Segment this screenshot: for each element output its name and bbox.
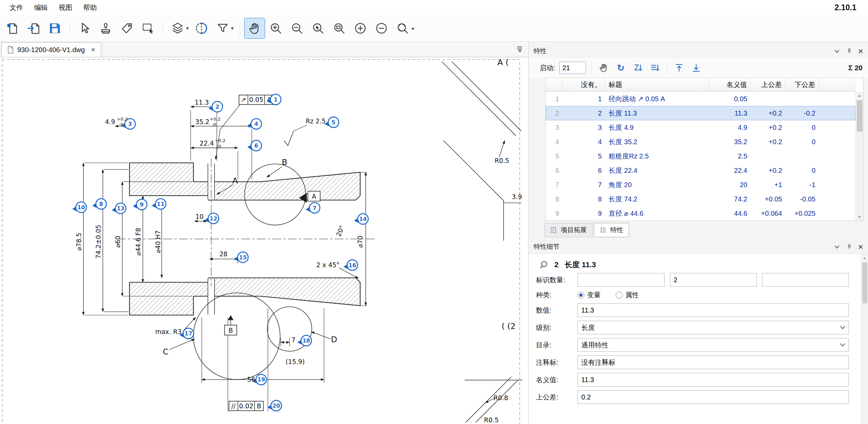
balloon-7[interactable]: 7 bbox=[306, 202, 320, 213]
stamp-balloon-button[interactable] bbox=[96, 18, 116, 38]
balloon-13[interactable]: 13 bbox=[112, 203, 126, 214]
catalog-dropdown[interactable]: 通用特性 bbox=[578, 338, 849, 352]
zoom-selection-button[interactable] bbox=[308, 18, 328, 38]
svg-text:10: 10 bbox=[77, 204, 85, 211]
svg-text:6: 6 bbox=[254, 142, 258, 149]
chevron-down-icon[interactable] bbox=[836, 321, 849, 334]
close-icon[interactable]: × bbox=[858, 47, 863, 56]
menu-view[interactable]: 视图 bbox=[53, 1, 78, 14]
menu-help[interactable]: 帮助 bbox=[78, 1, 102, 14]
table-scrollbar[interactable]: ▲ ▼ bbox=[855, 92, 863, 221]
chevron-down-icon[interactable] bbox=[836, 338, 849, 351]
toolbar-collapse-chevron[interactable]: ◂ bbox=[411, 25, 414, 31]
dimension-label: D bbox=[331, 335, 337, 344]
radio-variable[interactable] bbox=[578, 292, 584, 299]
table-row[interactable]: 11径向跳动 ↗ 0.05 A0.05 bbox=[546, 92, 855, 106]
note-input[interactable] bbox=[578, 355, 849, 369]
zoom-out-circle-button[interactable] bbox=[372, 18, 391, 38]
nominal-input[interactable] bbox=[578, 373, 849, 387]
table-row[interactable]: 99直径 ⌀ 44.644.6+0.064+0.025 bbox=[546, 206, 855, 221]
tab-list-menu-icon[interactable] bbox=[516, 46, 524, 54]
menu-edit[interactable]: 编辑 bbox=[29, 1, 53, 14]
menu-file[interactable]: 文件 bbox=[4, 1, 29, 14]
balloon-18[interactable]: 18 bbox=[297, 335, 312, 346]
balloon-5[interactable]: 5 bbox=[325, 117, 339, 127]
balloon-15[interactable]: 15 bbox=[234, 252, 248, 262]
select-cursor-button[interactable] bbox=[75, 18, 94, 38]
save-button[interactable] bbox=[45, 18, 65, 38]
class-dropdown[interactable]: 长度 bbox=[578, 321, 849, 334]
open-document-button[interactable] bbox=[24, 18, 44, 38]
scrollbar-thumb[interactable] bbox=[862, 262, 867, 303]
zoom-window-button[interactable] bbox=[329, 18, 349, 38]
filter-dropdown-caret[interactable]: ▾ bbox=[231, 25, 234, 31]
tab-close-icon[interactable]: × bbox=[91, 46, 95, 54]
table-row[interactable]: 66长度 22.422.4+0.20 bbox=[546, 163, 855, 178]
balloon-10[interactable]: 10 bbox=[72, 202, 87, 213]
chevron-down-icon[interactable] bbox=[834, 243, 840, 250]
move-to-top-icon[interactable] bbox=[673, 61, 686, 74]
balloon-6[interactable]: 6 bbox=[247, 140, 261, 151]
pan-hand-button[interactable] bbox=[245, 18, 265, 38]
tab-properties[interactable]: 特性 bbox=[594, 223, 629, 237]
scroll-up-icon[interactable]: ▲ bbox=[861, 254, 868, 261]
mirror-button[interactable] bbox=[192, 18, 211, 38]
balloon-11[interactable]: 11 bbox=[152, 199, 166, 209]
hand-tool-icon[interactable] bbox=[597, 61, 610, 74]
zoom-in-circle-button[interactable] bbox=[350, 18, 370, 38]
scroll-down-icon[interactable]: ▼ bbox=[856, 213, 863, 221]
tab-project-expansion[interactable]: 项目拓展 bbox=[544, 223, 593, 237]
header-lower-tol[interactable]: 下公差 bbox=[785, 78, 819, 91]
surface-finish-symbol bbox=[284, 131, 294, 146]
radio-attribute[interactable] bbox=[616, 292, 623, 299]
list-sort-icon[interactable] bbox=[648, 61, 661, 74]
close-icon[interactable]: × bbox=[858, 242, 863, 251]
details-scrollbar[interactable]: ▲ bbox=[861, 254, 868, 424]
balloon-4[interactable]: 4 bbox=[247, 119, 261, 129]
zoom-in-button[interactable] bbox=[266, 18, 286, 38]
table-row[interactable]: 33长度 4.94.9+0.20 bbox=[546, 120, 855, 135]
table-row[interactable]: 88长度 74.274.2+0.05-0.05 bbox=[546, 192, 855, 206]
balloon-16[interactable]: 16 bbox=[344, 260, 358, 270]
layers-button[interactable] bbox=[168, 18, 188, 38]
table-row[interactable]: 44长度 35.235.2+0.20 bbox=[546, 135, 855, 149]
scrollbar-thumb[interactable] bbox=[857, 100, 863, 132]
header-nominal[interactable]: 名义值 bbox=[709, 78, 751, 91]
balloon-12[interactable]: 12 bbox=[205, 213, 219, 224]
id-count-input-1[interactable] bbox=[578, 273, 664, 287]
id-count-input-3[interactable] bbox=[762, 273, 849, 287]
renumber-icon[interactable]: ↻ bbox=[614, 61, 627, 74]
table-row[interactable]: 55粗糙度Rz 2.52.5 bbox=[546, 149, 855, 163]
balloon-14[interactable]: 14 bbox=[354, 214, 369, 224]
scroll-up-icon[interactable]: ▲ bbox=[856, 92, 863, 99]
balloon-9[interactable]: 9 bbox=[133, 199, 147, 210]
filter-button[interactable] bbox=[213, 18, 233, 38]
value-input[interactable] bbox=[578, 303, 849, 317]
layers-dropdown-caret[interactable]: ▾ bbox=[186, 25, 189, 31]
table-row[interactable]: 77角度 2020+1-1 bbox=[546, 178, 855, 192]
header-title[interactable]: 标题 bbox=[605, 78, 709, 91]
tag-button[interactable] bbox=[117, 18, 137, 38]
zoom-out-button[interactable] bbox=[287, 18, 307, 38]
table-row[interactable]: 22长度 11.311.3+0.2-0.2 bbox=[546, 106, 855, 120]
id-count-input-2[interactable] bbox=[670, 273, 757, 287]
svg-text:5: 5 bbox=[332, 119, 335, 126]
marquee-select-button[interactable] bbox=[138, 18, 158, 38]
chevron-down-icon[interactable] bbox=[834, 48, 840, 55]
details-panel-titlebar: 特性细节 × bbox=[529, 240, 868, 254]
header-upper-tol[interactable]: 上公差 bbox=[751, 78, 785, 91]
document-tab[interactable]: 930-1200-406-V1.dwg × bbox=[1, 42, 101, 57]
header-no[interactable]: 没有。 bbox=[563, 78, 605, 91]
move-to-bottom-icon[interactable] bbox=[690, 61, 703, 74]
pin-icon[interactable] bbox=[846, 48, 853, 55]
drawing-canvas[interactable]: ↗ 0.05 A // 0.02 B A bbox=[0, 57, 528, 424]
zoom-extents-button[interactable] bbox=[393, 18, 413, 38]
svg-text:16: 16 bbox=[348, 262, 356, 269]
z-sort-icon[interactable] bbox=[631, 61, 644, 74]
balloon-20[interactable]: 20 bbox=[267, 400, 282, 411]
upper-tol-input[interactable] bbox=[578, 390, 849, 404]
new-document-button[interactable] bbox=[3, 18, 23, 38]
start-input[interactable] bbox=[559, 62, 586, 74]
pin-icon[interactable] bbox=[846, 243, 853, 250]
balloon-8[interactable]: 8 bbox=[92, 199, 107, 209]
